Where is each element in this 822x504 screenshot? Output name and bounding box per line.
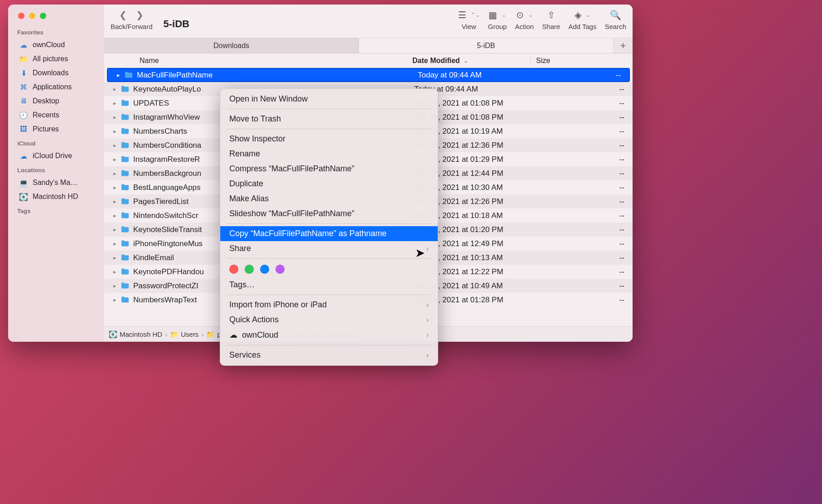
disclosure-triangle-icon[interactable]: ▸ <box>113 72 123 78</box>
context-menu-item[interactable]: Open in New Window <box>220 92 438 107</box>
disclosure-triangle-icon[interactable]: ▸ <box>110 114 120 121</box>
context-menu-item[interactable]: Tags… <box>220 277 438 292</box>
view-group[interactable]: ☰⌃⌄ View <box>458 8 480 30</box>
tag-color-dot[interactable] <box>229 265 238 274</box>
action-group[interactable]: ⊙⌄ Action <box>515 8 534 30</box>
disclosure-triangle-icon[interactable]: ▸ <box>110 156 120 163</box>
folder-icon <box>121 282 131 290</box>
disclosure-triangle-icon[interactable]: ▸ <box>110 198 120 205</box>
window-title: 5-iDB <box>164 16 189 30</box>
back-forward-group: ❮ ❯ Back/Forward <box>111 8 153 30</box>
context-menu-item[interactable]: Share› <box>220 241 438 256</box>
context-menu-item[interactable]: Duplicate <box>220 176 438 191</box>
toolbar: ❮ ❯ Back/Forward 5-iDB ☰⌃⌄ View ▦⌄ Group… <box>104 5 633 38</box>
disclosure-triangle-icon[interactable]: ▸ <box>110 212 120 219</box>
sidebar-item[interactable]: ⬇︎Downloads <box>11 66 102 80</box>
tags-group[interactable]: ◈⌄ Add Tags <box>568 8 596 30</box>
laptop-icon: 💻 <box>19 178 28 187</box>
context-menu-item[interactable]: Make Alias <box>220 191 438 206</box>
disclosure-triangle-icon[interactable]: ▸ <box>110 296 120 303</box>
sidebar-item[interactable]: 📁All pictures <box>11 52 102 66</box>
tag-color-dot[interactable] <box>276 265 285 274</box>
context-menu-item[interactable]: Services› <box>220 348 438 363</box>
view-label: View <box>462 23 476 30</box>
close-button[interactable] <box>18 13 24 19</box>
tab-bar: Downloads5-iDB + <box>104 38 633 53</box>
column-date[interactable]: Date Modified⌄ <box>412 57 530 65</box>
sidebar-item[interactable]: ⌘Applications <box>11 80 102 94</box>
group-group[interactable]: ▦⌄ Group <box>488 8 507 30</box>
sidebar-section-label: iCloud <box>8 136 104 149</box>
disclosure-triangle-icon[interactable]: ▸ <box>110 128 120 135</box>
context-menu-item[interactable]: Slideshow “MacFullFilePathName” <box>220 206 438 221</box>
disclosure-triangle-icon[interactable]: ▸ <box>110 226 120 233</box>
menu-separator <box>227 223 431 224</box>
sidebar-item[interactable]: 💽Macintosh HD <box>11 190 102 204</box>
download-icon: ⬇︎ <box>19 68 28 78</box>
tab[interactable]: Downloads <box>104 38 359 53</box>
forward-button[interactable]: ❯ <box>136 10 144 20</box>
file-row[interactable]: ▸ MacFullFilePathName Today at 09:44 AM … <box>107 68 630 82</box>
disclosure-triangle-icon[interactable]: ▸ <box>110 254 120 261</box>
disclosure-triangle-icon[interactable]: ▸ <box>110 100 120 107</box>
context-menu-item[interactable]: Rename <box>220 146 438 161</box>
sidebar-item[interactable]: ☁︎iCloud Drive <box>11 149 102 163</box>
context-menu-item[interactable]: Copy “MacFullFilePathName” as Pathname <box>220 226 438 241</box>
file-size: -- <box>550 85 633 94</box>
chevron-down-icon: ⌄ <box>586 12 590 18</box>
menu-item-label: Open in New Window <box>229 94 308 104</box>
path-segment[interactable]: 📁Users <box>170 330 198 339</box>
path-label: Macintosh HD <box>120 330 162 338</box>
disclosure-triangle-icon[interactable]: ▸ <box>110 184 120 191</box>
sidebar-item-label: Recents <box>33 111 59 119</box>
disclosure-triangle-icon[interactable]: ▸ <box>110 170 120 177</box>
minimize-button[interactable] <box>29 13 35 19</box>
search-group[interactable]: 🔍 Search <box>604 8 626 30</box>
share-group[interactable]: ⇧ Share <box>542 8 560 30</box>
sidebar-section-label: Favorites <box>8 25 104 38</box>
cloud-icon: ☁︎ <box>229 330 237 340</box>
back-forward-label: Back/Forward <box>111 23 153 30</box>
disclosure-triangle-icon[interactable]: ▸ <box>110 282 120 289</box>
new-tab-button[interactable]: + <box>614 38 633 53</box>
sidebar: Favorites☁︎ownCloud📁All pictures⬇︎Downlo… <box>8 5 104 342</box>
path-segment[interactable]: 💽Macintosh HD <box>109 330 162 339</box>
context-menu: Open in New WindowMove to TrashShow Insp… <box>220 88 438 366</box>
back-button[interactable]: ❮ <box>119 10 127 20</box>
context-menu-item[interactable]: Show Inspector <box>220 131 438 146</box>
disclosure-triangle-icon[interactable]: ▸ <box>110 142 120 149</box>
zoom-button[interactable] <box>40 13 46 19</box>
sidebar-item[interactable]: 💻Sandy's Ma… <box>11 176 102 189</box>
action-label: Action <box>515 23 534 30</box>
gear-icon: ⊙ <box>516 10 524 20</box>
tag-color-dot[interactable] <box>260 265 269 274</box>
folder-icon <box>124 71 134 79</box>
context-menu-item[interactable]: Import from iPhone or iPad› <box>220 297 438 312</box>
folder-icon <box>121 127 131 136</box>
context-menu-item[interactable]: Compress “MacFullFilePathName” <box>220 161 438 176</box>
sidebar-item[interactable]: 🖥Desktop <box>11 94 102 108</box>
folder-icon <box>121 240 131 248</box>
context-menu-item[interactable]: Move to Trash <box>220 111 438 126</box>
folder-icon: 📁 <box>170 330 179 339</box>
chevron-right-icon: › <box>426 331 429 339</box>
file-size: -- <box>554 71 629 80</box>
column-size[interactable]: Size <box>530 57 633 65</box>
menu-separator <box>227 109 431 109</box>
tab[interactable]: 5-iDB <box>359 38 614 53</box>
context-menu-item[interactable]: Quick Actions› <box>220 312 438 327</box>
sidebar-item[interactable]: 🕘Recents <box>11 108 102 122</box>
disclosure-triangle-icon[interactable]: ▸ <box>110 86 120 92</box>
column-name[interactable]: Name <box>104 57 412 65</box>
disclosure-triangle-icon[interactable]: ▸ <box>110 240 120 247</box>
sidebar-item-label: All pictures <box>33 55 68 63</box>
window-controls <box>8 11 104 25</box>
file-size: -- <box>550 127 633 136</box>
sidebar-item[interactable]: ☁︎ownCloud <box>11 38 102 52</box>
sidebar-item[interactable]: 🖼Pictures <box>11 122 102 136</box>
context-menu-item[interactable]: ☁︎ownCloud› <box>220 327 438 343</box>
disk-icon: 💽 <box>109 330 117 339</box>
tag-color-dot[interactable] <box>245 265 254 274</box>
disclosure-triangle-icon[interactable]: ▸ <box>110 268 120 275</box>
sidebar-item-label: Sandy's Ma… <box>33 179 77 187</box>
